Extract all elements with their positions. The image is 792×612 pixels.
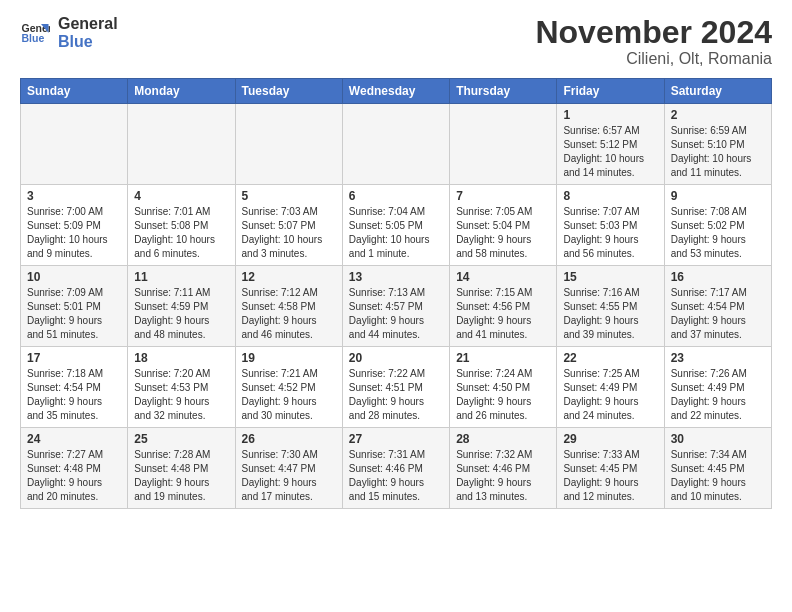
cell-0-0 [21,104,128,185]
day-number: 11 [134,270,228,284]
calendar-table: Sunday Monday Tuesday Wednesday Thursday… [20,78,772,509]
day-info: Sunrise: 6:59 AM Sunset: 5:10 PM Dayligh… [671,124,765,180]
cell-2-2: 12Sunrise: 7:12 AM Sunset: 4:58 PM Dayli… [235,266,342,347]
day-number: 23 [671,351,765,365]
week-row-2: 10Sunrise: 7:09 AM Sunset: 5:01 PM Dayli… [21,266,772,347]
day-number: 28 [456,432,550,446]
week-row-0: 1Sunrise: 6:57 AM Sunset: 5:12 PM Daylig… [21,104,772,185]
day-info: Sunrise: 7:34 AM Sunset: 4:45 PM Dayligh… [671,448,765,504]
day-info: Sunrise: 7:04 AM Sunset: 5:05 PM Dayligh… [349,205,443,261]
day-info: Sunrise: 7:21 AM Sunset: 4:52 PM Dayligh… [242,367,336,423]
cell-0-4 [450,104,557,185]
cell-4-3: 27Sunrise: 7:31 AM Sunset: 4:46 PM Dayli… [342,428,449,509]
day-info: Sunrise: 7:28 AM Sunset: 4:48 PM Dayligh… [134,448,228,504]
day-info: Sunrise: 7:13 AM Sunset: 4:57 PM Dayligh… [349,286,443,342]
day-info: Sunrise: 7:09 AM Sunset: 5:01 PM Dayligh… [27,286,121,342]
cell-0-5: 1Sunrise: 6:57 AM Sunset: 5:12 PM Daylig… [557,104,664,185]
cell-1-2: 5Sunrise: 7:03 AM Sunset: 5:07 PM Daylig… [235,185,342,266]
col-thursday: Thursday [450,79,557,104]
day-number: 26 [242,432,336,446]
cell-1-5: 8Sunrise: 7:07 AM Sunset: 5:03 PM Daylig… [557,185,664,266]
day-info: Sunrise: 7:30 AM Sunset: 4:47 PM Dayligh… [242,448,336,504]
header: General Blue General Blue November 2024 … [20,15,772,68]
day-info: Sunrise: 7:22 AM Sunset: 4:51 PM Dayligh… [349,367,443,423]
cell-0-6: 2Sunrise: 6:59 AM Sunset: 5:10 PM Daylig… [664,104,771,185]
day-info: Sunrise: 7:27 AM Sunset: 4:48 PM Dayligh… [27,448,121,504]
week-row-1: 3Sunrise: 7:00 AM Sunset: 5:09 PM Daylig… [21,185,772,266]
header-row: Sunday Monday Tuesday Wednesday Thursday… [21,79,772,104]
cell-2-4: 14Sunrise: 7:15 AM Sunset: 4:56 PM Dayli… [450,266,557,347]
day-number: 3 [27,189,121,203]
col-wednesday: Wednesday [342,79,449,104]
day-number: 27 [349,432,443,446]
cell-1-0: 3Sunrise: 7:00 AM Sunset: 5:09 PM Daylig… [21,185,128,266]
day-number: 17 [27,351,121,365]
col-saturday: Saturday [664,79,771,104]
day-number: 19 [242,351,336,365]
cell-3-4: 21Sunrise: 7:24 AM Sunset: 4:50 PM Dayli… [450,347,557,428]
day-number: 12 [242,270,336,284]
cell-1-4: 7Sunrise: 7:05 AM Sunset: 5:04 PM Daylig… [450,185,557,266]
week-row-4: 24Sunrise: 7:27 AM Sunset: 4:48 PM Dayli… [21,428,772,509]
day-number: 21 [456,351,550,365]
day-number: 16 [671,270,765,284]
cell-0-3 [342,104,449,185]
cell-4-0: 24Sunrise: 7:27 AM Sunset: 4:48 PM Dayli… [21,428,128,509]
cell-4-5: 29Sunrise: 7:33 AM Sunset: 4:45 PM Dayli… [557,428,664,509]
day-info: Sunrise: 7:17 AM Sunset: 4:54 PM Dayligh… [671,286,765,342]
day-number: 10 [27,270,121,284]
day-info: Sunrise: 7:18 AM Sunset: 4:54 PM Dayligh… [27,367,121,423]
col-friday: Friday [557,79,664,104]
day-info: Sunrise: 6:57 AM Sunset: 5:12 PM Dayligh… [563,124,657,180]
cell-2-5: 15Sunrise: 7:16 AM Sunset: 4:55 PM Dayli… [557,266,664,347]
day-number: 5 [242,189,336,203]
day-info: Sunrise: 7:26 AM Sunset: 4:49 PM Dayligh… [671,367,765,423]
cell-4-2: 26Sunrise: 7:30 AM Sunset: 4:47 PM Dayli… [235,428,342,509]
day-number: 8 [563,189,657,203]
day-info: Sunrise: 7:20 AM Sunset: 4:53 PM Dayligh… [134,367,228,423]
day-info: Sunrise: 7:15 AM Sunset: 4:56 PM Dayligh… [456,286,550,342]
day-number: 22 [563,351,657,365]
week-row-3: 17Sunrise: 7:18 AM Sunset: 4:54 PM Dayli… [21,347,772,428]
day-info: Sunrise: 7:03 AM Sunset: 5:07 PM Dayligh… [242,205,336,261]
day-number: 13 [349,270,443,284]
cell-0-1 [128,104,235,185]
day-number: 2 [671,108,765,122]
cell-2-0: 10Sunrise: 7:09 AM Sunset: 5:01 PM Dayli… [21,266,128,347]
cell-2-3: 13Sunrise: 7:13 AM Sunset: 4:57 PM Dayli… [342,266,449,347]
day-number: 14 [456,270,550,284]
day-number: 29 [563,432,657,446]
calendar-body: 1Sunrise: 6:57 AM Sunset: 5:12 PM Daylig… [21,104,772,509]
cell-1-6: 9Sunrise: 7:08 AM Sunset: 5:02 PM Daylig… [664,185,771,266]
col-tuesday: Tuesday [235,79,342,104]
day-info: Sunrise: 7:07 AM Sunset: 5:03 PM Dayligh… [563,205,657,261]
svg-text:Blue: Blue [22,32,45,44]
cell-3-6: 23Sunrise: 7:26 AM Sunset: 4:49 PM Dayli… [664,347,771,428]
day-info: Sunrise: 7:00 AM Sunset: 5:09 PM Dayligh… [27,205,121,261]
day-number: 24 [27,432,121,446]
day-number: 4 [134,189,228,203]
day-number: 9 [671,189,765,203]
cell-0-2 [235,104,342,185]
cell-2-6: 16Sunrise: 7:17 AM Sunset: 4:54 PM Dayli… [664,266,771,347]
day-info: Sunrise: 7:12 AM Sunset: 4:58 PM Dayligh… [242,286,336,342]
day-info: Sunrise: 7:01 AM Sunset: 5:08 PM Dayligh… [134,205,228,261]
cell-1-1: 4Sunrise: 7:01 AM Sunset: 5:08 PM Daylig… [128,185,235,266]
day-info: Sunrise: 7:25 AM Sunset: 4:49 PM Dayligh… [563,367,657,423]
title-block: November 2024 Cilieni, Olt, Romania [535,15,772,68]
day-number: 18 [134,351,228,365]
day-info: Sunrise: 7:31 AM Sunset: 4:46 PM Dayligh… [349,448,443,504]
cell-3-3: 20Sunrise: 7:22 AM Sunset: 4:51 PM Dayli… [342,347,449,428]
cell-4-6: 30Sunrise: 7:34 AM Sunset: 4:45 PM Dayli… [664,428,771,509]
day-number: 6 [349,189,443,203]
logo-blue: Blue [58,33,118,51]
cell-4-4: 28Sunrise: 7:32 AM Sunset: 4:46 PM Dayli… [450,428,557,509]
page-title: November 2024 [535,15,772,50]
day-info: Sunrise: 7:05 AM Sunset: 5:04 PM Dayligh… [456,205,550,261]
calendar-page: General Blue General Blue November 2024 … [0,0,792,612]
cell-2-1: 11Sunrise: 7:11 AM Sunset: 4:59 PM Dayli… [128,266,235,347]
logo: General Blue General Blue [20,15,118,50]
day-info: Sunrise: 7:32 AM Sunset: 4:46 PM Dayligh… [456,448,550,504]
day-number: 30 [671,432,765,446]
cell-3-1: 18Sunrise: 7:20 AM Sunset: 4:53 PM Dayli… [128,347,235,428]
